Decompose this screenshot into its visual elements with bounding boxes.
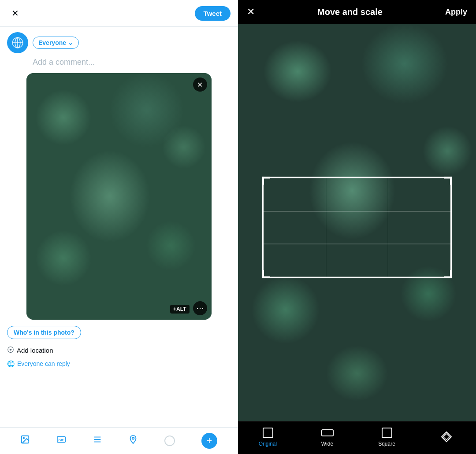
image-editor-area[interactable] [238,24,476,421]
add-location-label: Add location [17,347,53,354]
globe-reply-icon: 🌐 [7,360,15,367]
crop-tab-bar: Original Wide Square [238,421,476,454]
image-remove-button[interactable]: ✕ [193,78,207,92]
square-icon [381,427,393,439]
bottom-toolbar: GIF + [0,427,238,454]
left-panel: ✕ Tweet Everyone ⌄ Add a comment... [0,0,238,454]
crop-grid [264,178,450,277]
left-body: Everyone ⌄ Add a comment... ✕ +ALT ⋯ Who… [0,27,238,427]
avatar [7,32,28,53]
original-icon [262,427,274,439]
tab-square-label: Square [378,441,395,447]
editor-title: Move and scale [317,7,383,17]
tab-square[interactable]: Square [369,427,405,447]
grid-line-h2 [264,244,450,244]
right-panel-header: ✕ Move and scale Apply [238,0,476,24]
tab-wide-label: Wide [321,441,333,447]
svg-rect-13 [322,430,333,436]
alt-button[interactable]: +ALT [170,305,189,314]
close-button[interactable]: ✕ [7,5,23,21]
location-toolbar-icon[interactable] [128,435,138,447]
svg-rect-14 [382,428,392,438]
image-more-button[interactable]: ⋯ [193,301,207,315]
apply-button[interactable]: Apply [445,7,467,17]
gif-toolbar-icon[interactable]: GIF [56,435,66,447]
tweet-button[interactable]: Tweet [195,6,231,21]
everyone-reply-row[interactable]: 🌐 Everyone can reply [7,360,231,367]
comment-input[interactable]: Add a comment... [33,58,231,67]
image-container: ✕ +ALT ⋯ [26,73,212,320]
grid-line-h1 [264,211,450,211]
location-pin-icon: ⦿ [7,346,14,354]
tab-wide[interactable]: Wide [310,427,345,447]
diamond-shape-icon [440,431,453,443]
left-header: ✕ Tweet [0,0,238,27]
tab-original[interactable]: Original [250,427,286,447]
user-row: Everyone ⌄ [7,32,231,53]
chevron-down-icon: ⌄ [68,39,73,46]
wide-icon [321,427,334,439]
svg-point-11 [132,437,134,439]
image-toolbar-icon[interactable] [20,435,30,447]
crop-box[interactable] [262,177,452,278]
circle-indicator [164,436,175,446]
tab-custom[interactable] [429,431,464,443]
everyone-reply-label: Everyone can reply [17,360,70,367]
svg-text:GIF: GIF [58,438,64,442]
tab-original-label: Original [259,441,277,447]
everyone-dropdown[interactable]: Everyone ⌄ [33,37,79,49]
svg-rect-12 [263,428,273,438]
everyone-label: Everyone [38,39,66,46]
plus-icon: + [207,436,212,446]
editor-close-button[interactable]: ✕ [247,6,255,18]
more-dots-icon: ⋯ [196,303,204,313]
add-tweet-button[interactable]: + [201,433,217,449]
svg-point-5 [23,437,24,439]
diamond-icon [440,431,453,443]
add-location-row[interactable]: ⦿ Add location [7,346,231,354]
tweet-image [26,73,212,320]
list-toolbar-icon[interactable] [93,435,102,447]
right-panel: ✕ Move and scale Apply [238,0,476,454]
whos-in-photo-button[interactable]: Who's in this photo? [7,326,81,339]
grid-line-v1 [326,178,326,277]
grid-line-v2 [388,178,388,277]
image-background [26,73,212,320]
globe-icon [11,37,24,49]
